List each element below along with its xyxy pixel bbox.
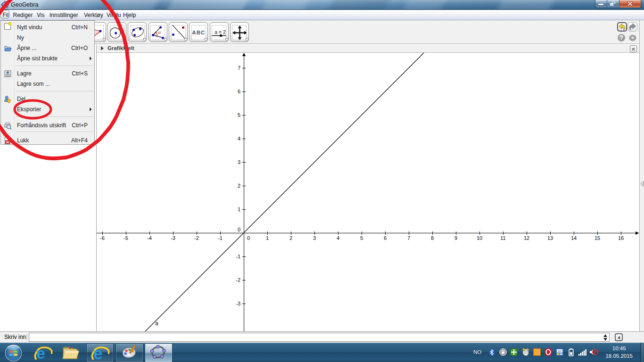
svg-text:3: 3 (238, 159, 240, 165)
svg-text:14: 14 (571, 235, 577, 241)
svg-text:0: 0 (247, 235, 250, 241)
svg-text:3: 3 (313, 235, 316, 241)
svg-text:4: 4 (337, 235, 339, 241)
svg-text:2: 2 (238, 183, 240, 189)
svg-text:7: 7 (238, 65, 240, 71)
svg-text:-5: -5 (124, 235, 128, 241)
svg-text:a: a (155, 320, 158, 327)
svg-text:0: 0 (238, 227, 240, 232)
svg-text:8: 8 (431, 235, 434, 241)
svg-text:-6: -6 (100, 235, 105, 241)
svg-text:x=: x= (558, 350, 561, 353)
svg-text:6: 6 (384, 235, 387, 241)
svg-text:1: 1 (238, 206, 240, 212)
svg-text:11: 11 (500, 235, 505, 241)
svg-text:α: α (158, 30, 161, 35)
svg-text:1: 1 (266, 235, 269, 241)
svg-text:6: 6 (238, 89, 240, 94)
svg-text:-2: -2 (236, 277, 240, 283)
svg-text:5: 5 (238, 112, 240, 118)
svg-text:5: 5 (360, 235, 363, 241)
svg-text:10: 10 (477, 235, 482, 241)
svg-text:12: 12 (524, 235, 529, 241)
svg-text:4: 4 (238, 136, 240, 141)
svg-text:9: 9 (454, 235, 457, 241)
svg-text:7: 7 (407, 235, 410, 241)
svg-text:16: 16 (618, 235, 624, 241)
svg-text:-4: -4 (147, 235, 152, 241)
svg-text:-1: -1 (236, 254, 240, 259)
svg-text:-1: -1 (218, 235, 223, 241)
svg-text:-3: -3 (236, 301, 240, 306)
svg-text:-3: -3 (171, 235, 175, 241)
svg-text:15: 15 (594, 235, 600, 241)
svg-text:2: 2 (289, 235, 292, 241)
svg-text:-2: -2 (194, 235, 199, 241)
svg-text:a = 2: a = 2 (215, 29, 226, 35)
svg-text:13: 13 (547, 235, 553, 241)
